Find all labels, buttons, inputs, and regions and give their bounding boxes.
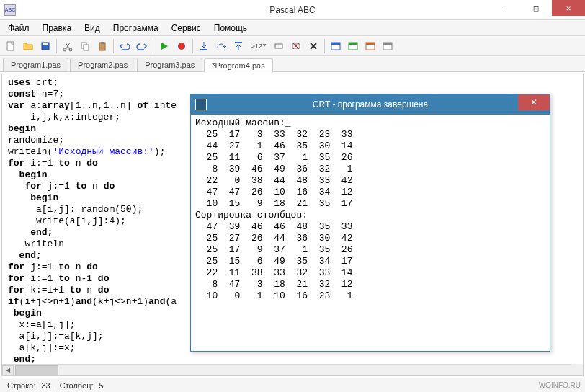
step-out-icon[interactable]: [231, 38, 246, 54]
status-line-value: 33: [38, 381, 53, 390]
horizontal-scrollbar[interactable]: ◀: [2, 364, 571, 375]
code-text: n=7;: [36, 89, 64, 99]
kw-do: do: [86, 262, 98, 272]
svg-rect-10: [200, 49, 207, 50]
svg-rect-12: [275, 44, 282, 48]
code-text: inte: [148, 100, 177, 111]
statusbar: Строка: 33 Столбец: 5: [0, 378, 585, 392]
svg-rect-6: [84, 45, 89, 50]
kw-for: for: [8, 262, 24, 272]
code-text: j:=1: [42, 181, 76, 192]
kw-begin: begin: [8, 308, 42, 318]
kw-to: to: [58, 158, 70, 169]
step-number-icon[interactable]: >127: [248, 38, 269, 54]
separator: [113, 39, 114, 53]
file-tabs: Program1.pas Program2.pas Program3.pas *…: [0, 56, 585, 72]
maximize-button[interactable]: □: [520, 0, 552, 16]
crt-title: CRT - программа завершена: [313, 99, 428, 110]
code-text: [1..n,1..n]: [70, 100, 138, 111]
app-icon: ABC: [4, 4, 16, 16]
kw-begin: begin: [8, 192, 58, 203]
code-text: a[k,j]:=x;: [8, 342, 76, 353]
crt-close-button[interactable]: ✕: [518, 94, 550, 110]
code-text: n: [70, 262, 86, 272]
scroll-left-icon[interactable]: ◀: [2, 365, 14, 375]
kw-end: end;: [8, 227, 53, 238]
code-text: n: [86, 181, 103, 192]
titlebar: ABC Pascal ABC — □ ✕: [0, 0, 585, 20]
code-text: k:=i+1: [24, 285, 69, 295]
menu-edit[interactable]: Правка: [36, 20, 79, 35]
kw-end: end;: [8, 354, 36, 365]
toolbar: >127: [0, 36, 585, 56]
kw-do: do: [98, 273, 110, 284]
svg-rect-17: [349, 43, 357, 45]
svg-point-9: [178, 43, 185, 50]
cut-icon[interactable]: [60, 38, 76, 54]
string-literal: 'Исходный массив:': [53, 146, 153, 157]
copy-icon[interactable]: [77, 38, 93, 54]
clear-breakpoints-icon[interactable]: [288, 38, 304, 54]
window3-icon[interactable]: [362, 38, 378, 54]
kw-array: array: [42, 100, 70, 111]
save-icon[interactable]: [37, 38, 53, 54]
svg-rect-21: [383, 43, 392, 45]
step-into-icon[interactable]: [196, 38, 212, 54]
code-text: crt;: [30, 77, 58, 88]
kw-for: for: [8, 158, 24, 169]
svg-rect-19: [366, 43, 375, 45]
kw-for: for: [8, 181, 42, 192]
kw-begin: begin: [8, 123, 36, 134]
svg-rect-0: [7, 42, 14, 50]
kw-for: for: [8, 273, 24, 284]
crt-output-window[interactable]: CRT - программа завершена ✕ Исходный мас…: [190, 94, 550, 352]
status-col-label: Столбец:: [57, 381, 97, 390]
kw-to: to: [70, 285, 81, 295]
cancel-icon[interactable]: [305, 38, 321, 54]
window4-icon[interactable]: [380, 38, 396, 54]
menu-file[interactable]: Файл: [1, 20, 36, 35]
code-text: n-1: [70, 273, 98, 284]
tab-program4[interactable]: *Program4.pas: [204, 58, 272, 72]
code-text: n: [70, 158, 86, 169]
paste-icon[interactable]: [94, 38, 110, 54]
menu-service[interactable]: Сервис: [165, 20, 207, 35]
menubar: Файл Правка Вид Программа Сервис Помощь: [0, 20, 585, 36]
window1-icon[interactable]: [328, 38, 344, 54]
window2-icon[interactable]: [345, 38, 361, 54]
new-file-icon[interactable]: [3, 38, 19, 54]
menu-program[interactable]: Программа: [107, 20, 165, 35]
step-over-icon[interactable]: [213, 38, 229, 54]
code-text: writeln: [8, 239, 64, 249]
svg-rect-11: [235, 42, 242, 43]
crt-titlebar[interactable]: CRT - программа завершена ✕: [191, 94, 550, 115]
scroll-thumb[interactable]: [15, 365, 58, 375]
open-file-icon[interactable]: [20, 38, 36, 54]
kw-do: do: [98, 285, 110, 295]
close-button[interactable]: ✕: [552, 0, 585, 16]
kw-const: const: [8, 89, 36, 99]
code-text: n: [81, 285, 97, 295]
separator: [153, 39, 153, 53]
tab-program3[interactable]: Program3.pas: [137, 58, 202, 71]
kw-to: to: [58, 262, 70, 272]
menu-view[interactable]: Вид: [78, 20, 107, 35]
redo-icon[interactable]: [134, 38, 150, 54]
undo-icon[interactable]: [117, 38, 133, 54]
run-icon[interactable]: [156, 38, 172, 54]
svg-rect-8: [101, 42, 104, 44]
kw-to: to: [76, 181, 87, 192]
separator: [55, 380, 55, 391]
tab-program1[interactable]: Program1.pas: [3, 58, 68, 71]
stop-icon[interactable]: [174, 38, 189, 54]
tab-program2[interactable]: Program2.pas: [70, 58, 135, 71]
separator: [56, 39, 57, 53]
kw-if: if: [8, 296, 19, 307]
minimize-button[interactable]: —: [488, 0, 520, 16]
kw-of: of: [137, 100, 148, 111]
code-text: a[i,j]:=a[k,j];: [8, 331, 104, 342]
menu-help[interactable]: Помощь: [207, 20, 254, 35]
code-text: (i+j<>n+1): [19, 296, 76, 307]
breakpoint-icon[interactable]: [271, 38, 287, 54]
status-col-value: 5: [97, 381, 107, 390]
